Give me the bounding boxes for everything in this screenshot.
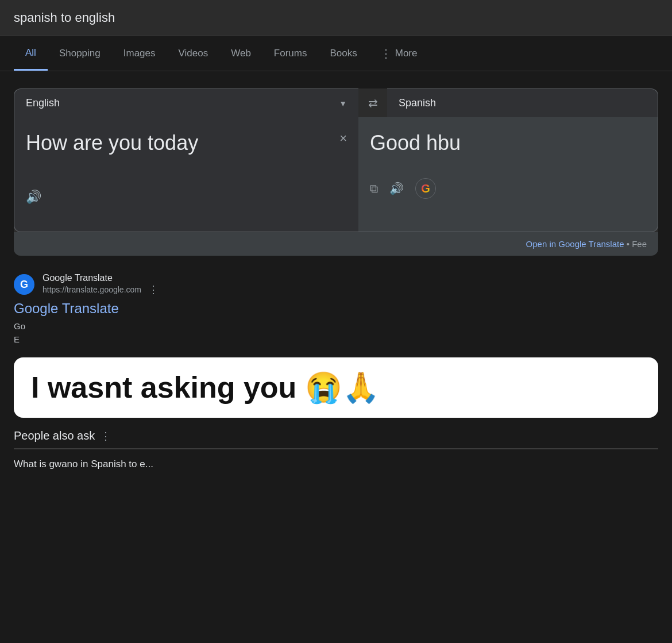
source-language-selector[interactable]: English ▼ — [14, 88, 358, 117]
source-text-panel[interactable]: How are you today × 🔊 — [14, 117, 358, 232]
google-translate-icon[interactable]: G — [415, 178, 436, 199]
meme-text: I wasnt asking you 😭🙏 — [31, 370, 641, 405]
tab-more[interactable]: ⋮ More — [369, 36, 429, 71]
tab-shopping[interactable]: Shopping — [48, 37, 112, 70]
source-language-label: English — [26, 97, 333, 109]
tab-forums[interactable]: Forums — [262, 37, 319, 70]
nav-tabs: All Shopping Images Videos Web Forums Bo… — [0, 36, 672, 71]
source-text: How are you today — [26, 131, 347, 155]
tab-images[interactable]: Images — [112, 37, 167, 70]
copy-icon[interactable]: ⧉ — [370, 182, 378, 195]
search-bar: spanish to english — [0, 0, 672, 36]
result-url-row: https://translate.google.com ⋮ — [43, 283, 159, 296]
people-also-ask-label: People also ask — [14, 429, 95, 442]
also-ask-question-1[interactable]: What is gwano in Spanish to e... — [14, 449, 658, 479]
people-also-ask-header: People also ask ⋮ — [14, 429, 658, 442]
language-selector-row: English ▼ ⇄ Spanish — [14, 88, 658, 117]
result-source-row: G Google Translate https://translate.goo… — [14, 273, 658, 296]
tab-books[interactable]: Books — [318, 37, 368, 70]
result-title[interactable]: Google Translate — [14, 301, 658, 317]
swap-languages-button[interactable]: ⇄ — [358, 88, 387, 117]
target-speaker-icon[interactable]: 🔊 — [389, 182, 404, 195]
tab-web[interactable]: Web — [219, 37, 262, 70]
translation-panels: How are you today × 🔊 Good hbu ⧉ 🔊 G — [14, 117, 658, 232]
result-snippet: Go E — [14, 320, 658, 346]
dropdown-arrow-icon: ▼ — [339, 99, 347, 108]
people-also-ask-menu[interactable]: ⋮ — [101, 430, 111, 442]
meme-container: I wasnt asking you 😭🙏 between — [0, 357, 672, 418]
site-name: Google Translate — [43, 273, 159, 283]
swap-icon: ⇄ — [368, 96, 378, 110]
tab-all[interactable]: All — [14, 37, 48, 71]
target-language-selector[interactable]: Spanish — [387, 88, 658, 117]
snippet-start: Go — [14, 321, 25, 331]
translator-widget: English ▼ ⇄ Spanish How are you today × … — [14, 88, 658, 256]
favicon-letter: G — [20, 279, 28, 291]
open-in-google-translate-link[interactable]: Open in Google Translate — [526, 239, 624, 249]
result-favicon: G — [14, 274, 34, 295]
snippet-end: E — [14, 334, 20, 344]
more-dots-icon: ⋮ — [380, 47, 392, 60]
tab-videos[interactable]: Videos — [167, 37, 220, 70]
separator: • — [627, 239, 632, 249]
result-url: https://translate.google.com — [43, 285, 141, 294]
feedback-link[interactable]: Fee — [632, 239, 647, 249]
translated-text: Good hbu — [370, 131, 646, 155]
target-language-label: Spanish — [399, 97, 436, 109]
translation-actions: ⧉ 🔊 G — [370, 178, 646, 199]
source-panel-bottom: 🔊 — [26, 190, 347, 205]
clear-button[interactable]: × — [339, 131, 347, 146]
result-menu-dots[interactable]: ⋮ — [148, 283, 159, 296]
search-query: spanish to english — [14, 10, 115, 25]
result-source-info: Google Translate https://translate.googl… — [43, 273, 159, 296]
google-g-letter: G — [421, 182, 430, 195]
translated-text-panel: Good hbu ⧉ 🔊 G — [358, 117, 658, 232]
source-speaker-icon[interactable]: 🔊 — [26, 190, 41, 205]
meme-overlay: I wasnt asking you 😭🙏 — [14, 357, 658, 418]
open-translate-row: Open in Google Translate • Fee — [14, 232, 658, 256]
google-translate-result: G Google Translate https://translate.goo… — [14, 273, 658, 346]
